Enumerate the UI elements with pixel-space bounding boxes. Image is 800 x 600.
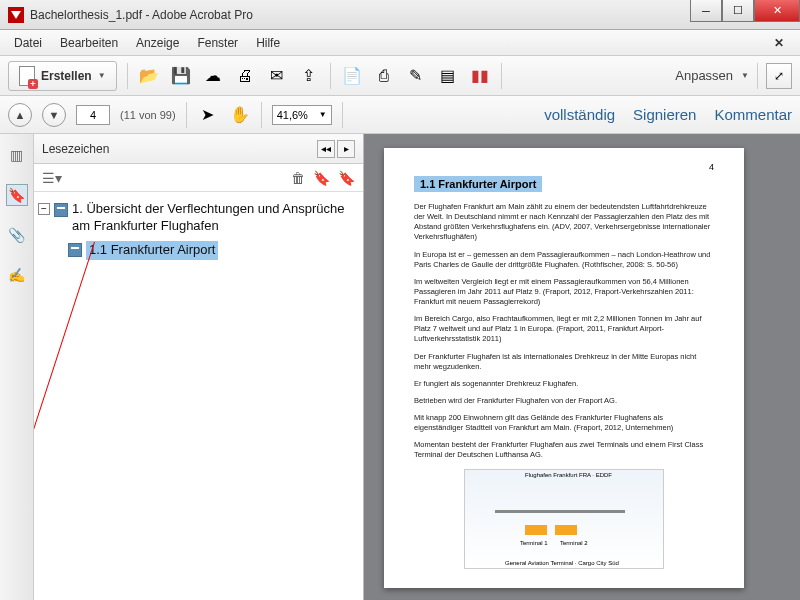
- map-label: Terminal 2: [560, 540, 588, 546]
- doc-heading: 1.1 Frankfurter Airport: [414, 176, 542, 192]
- tab-tools[interactable]: vollständig: [544, 106, 615, 123]
- menu-edit[interactable]: Bearbeiten: [52, 33, 126, 53]
- map-footer: General Aviation Terminal · Cargo City S…: [505, 560, 619, 566]
- para: Der Flughafen Frankfurt am Main zählt zu…: [414, 202, 714, 243]
- panel-prev-icon[interactable]: ◂◂: [317, 140, 335, 158]
- form-icon[interactable]: ▤: [437, 65, 459, 87]
- window-buttons: ─ ☐ ✕: [690, 0, 800, 22]
- menu-help[interactable]: Hilfe: [248, 33, 288, 53]
- annotation-line: [34, 242, 95, 452]
- zoom-value: 41,6%: [277, 109, 308, 121]
- runway-shape: [495, 510, 625, 513]
- prev-page-button[interactable]: ▲: [8, 103, 32, 127]
- signatures-icon[interactable]: ✍: [6, 264, 28, 286]
- doc-body: Der Flughafen Frankfurt am Main zählt zu…: [414, 202, 714, 461]
- tree-item[interactable]: 1.1 Frankfurter Airport: [68, 238, 359, 263]
- page-number-input[interactable]: [76, 105, 110, 125]
- create-label: Erstellen: [41, 69, 92, 83]
- para: Im Bereich Cargo, also Frachtaufkommen, …: [414, 314, 714, 344]
- panel-next-icon[interactable]: ▸: [337, 140, 355, 158]
- menu-file[interactable]: Datei: [6, 33, 50, 53]
- select-tool-icon[interactable]: ➤: [197, 104, 219, 126]
- para: Er fungiert als sogenannter Drehkreuz Fl…: [414, 379, 714, 389]
- tree-item[interactable]: − 1. Übersicht der Verflechtungen und An…: [38, 198, 359, 238]
- attachments-icon[interactable]: 📎: [6, 224, 28, 246]
- main-area: ▥ 🔖 📎 ✍ Lesezeichen ◂◂ ▸ ☰▾ 🗑 🔖 🔖 − 1. Ü…: [0, 134, 800, 600]
- next-page-button[interactable]: ▼: [42, 103, 66, 127]
- maximize-button[interactable]: ☐: [722, 0, 754, 22]
- page-number: 4: [709, 162, 714, 172]
- chevron-down-icon: ▼: [319, 110, 327, 119]
- bookmark-icon: [54, 203, 68, 217]
- left-rail: ▥ 🔖 📎 ✍: [0, 134, 34, 600]
- multimedia-icon[interactable]: ▮▮: [469, 65, 491, 87]
- menubar-close-icon[interactable]: ✕: [766, 33, 792, 53]
- bookmarks-icon[interactable]: 🔖: [6, 184, 28, 206]
- menu-window[interactable]: Fenster: [189, 33, 246, 53]
- export-icon[interactable]: ⎙: [373, 65, 395, 87]
- separator: [501, 63, 502, 89]
- terminal-shape: [525, 525, 547, 535]
- page-icon[interactable]: 📄: [341, 65, 363, 87]
- bookmark-panel: Lesezeichen ◂◂ ▸ ☰▾ 🗑 🔖 🔖 − 1. Übersicht…: [34, 134, 364, 600]
- share-icon[interactable]: ⇪: [298, 65, 320, 87]
- new-bookmark-from-icon[interactable]: 🔖: [338, 170, 355, 186]
- para: In Europa ist er – gemessen an dem Passa…: [414, 250, 714, 270]
- map-label: Terminal 1: [520, 540, 548, 546]
- tree-item-label: 1.1 Frankfurter Airport: [86, 241, 218, 260]
- hand-tool-icon[interactable]: ✋: [229, 104, 251, 126]
- document-view[interactable]: 4 1.1 Frankfurter Airport Der Flughafen …: [364, 134, 800, 600]
- save-icon[interactable]: 💾: [170, 65, 192, 87]
- nav-toolbar: ▲ ▼ (11 von 99) ➤ ✋ 41,6% ▼ vollständig …: [0, 96, 800, 134]
- map-title: Flughafen Frankfurt FRA · EDDF: [525, 472, 612, 478]
- para: Der Frankfurter Flughafen ist als intern…: [414, 352, 714, 372]
- pdf-page: 4 1.1 Frankfurter Airport Der Flughafen …: [384, 148, 744, 588]
- separator: [261, 102, 262, 128]
- chevron-down-icon: ▼: [741, 71, 749, 80]
- para: Im weltweiten Vergleich liegt er mit ein…: [414, 277, 714, 307]
- create-button[interactable]: Erstellen ▼: [8, 61, 117, 91]
- collapse-icon[interactable]: −: [38, 203, 50, 215]
- main-toolbar: Erstellen ▼ 📂 💾 ☁ 🖨 ✉ ⇪ 📄 ⎙ ✎ ▤ ▮▮ Anpas…: [0, 56, 800, 96]
- app-icon: [8, 7, 24, 23]
- bookmark-header: Lesezeichen ◂◂ ▸: [34, 134, 363, 164]
- right-panel-tabs: vollständig Signieren Kommentar: [544, 106, 792, 123]
- new-bookmark-icon[interactable]: 🔖: [313, 170, 330, 186]
- bookmark-tree: − 1. Übersicht der Verflechtungen und An…: [34, 192, 363, 600]
- print-icon[interactable]: 🖨: [234, 65, 256, 87]
- window-title: Bachelorthesis_1.pdf - Adobe Acrobat Pro: [30, 8, 253, 22]
- thumbnails-icon[interactable]: ▥: [6, 144, 28, 166]
- chevron-down-icon: ▼: [98, 71, 106, 80]
- minimize-button[interactable]: ─: [690, 0, 722, 22]
- menu-view[interactable]: Anzeige: [128, 33, 187, 53]
- options-menu-icon[interactable]: ☰▾: [42, 170, 62, 186]
- tab-comment[interactable]: Kommentar: [714, 106, 792, 123]
- airport-map-figure: Flughafen Frankfurt FRA · EDDF Terminal …: [464, 469, 664, 569]
- delete-bookmark-icon[interactable]: 🗑: [291, 170, 305, 186]
- zoom-dropdown[interactable]: 41,6% ▼: [272, 105, 332, 125]
- separator: [757, 63, 758, 89]
- fullscreen-icon[interactable]: ⤢: [766, 63, 792, 89]
- edit-icon[interactable]: ✎: [405, 65, 427, 87]
- bookmark-icon: [68, 243, 82, 257]
- para: Mit knapp 200 Einwohnern gilt das Geländ…: [414, 413, 714, 433]
- para: Betrieben wird der Frankfurter Flughafen…: [414, 396, 714, 406]
- para: Momentan besteht der Frankfurter Flughaf…: [414, 440, 714, 460]
- bookmark-toolbar: ☰▾ 🗑 🔖 🔖: [34, 164, 363, 192]
- separator: [330, 63, 331, 89]
- close-button[interactable]: ✕: [754, 0, 800, 22]
- create-doc-icon: [19, 66, 35, 86]
- window-titlebar: Bachelorthesis_1.pdf - Adobe Acrobat Pro…: [0, 0, 800, 30]
- tab-sign[interactable]: Signieren: [633, 106, 696, 123]
- open-file-icon[interactable]: 📂: [138, 65, 160, 87]
- separator: [342, 102, 343, 128]
- cloud-icon[interactable]: ☁: [202, 65, 224, 87]
- separator: [186, 102, 187, 128]
- terminal-shape: [555, 525, 577, 535]
- customize-button[interactable]: Anpassen: [675, 68, 733, 83]
- menubar: Datei Bearbeiten Anzeige Fenster Hilfe ✕: [0, 30, 800, 56]
- separator: [127, 63, 128, 89]
- page-count: (11 von 99): [120, 109, 176, 121]
- email-icon[interactable]: ✉: [266, 65, 288, 87]
- tree-item-label: 1. Übersicht der Verflechtungen und Ansp…: [72, 201, 359, 235]
